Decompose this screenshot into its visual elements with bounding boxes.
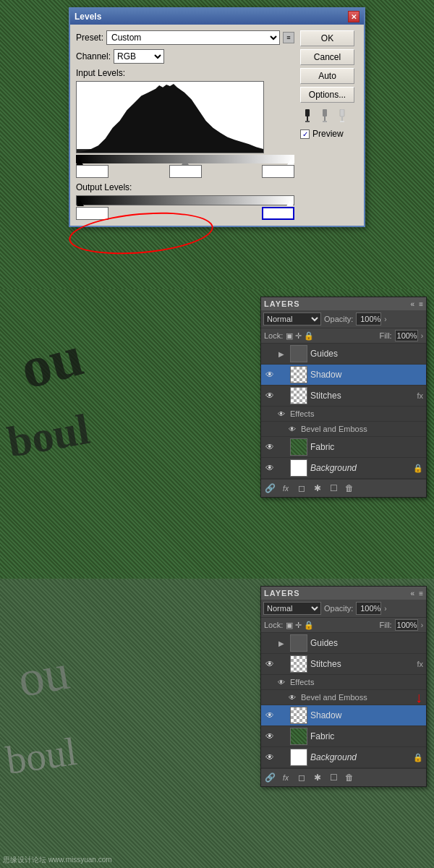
effects-icon-1[interactable]: fx bbox=[279, 482, 292, 495]
black-point-slider[interactable] bbox=[76, 159, 83, 165]
black-input[interactable]: 0 bbox=[76, 165, 109, 178]
output-black-slider[interactable] bbox=[77, 200, 84, 206]
layer-row-guides-2[interactable]: 👁 ▶ Guides bbox=[261, 633, 426, 654]
fx-stitches-1[interactable]: fx bbox=[417, 391, 423, 400]
output-black-input[interactable]: 0 bbox=[76, 207, 109, 220]
layers-bottom-bar-1: 🔗 fx ◻ ✱ ☐ 🗑 bbox=[261, 479, 426, 497]
panel-menu-icon-1[interactable]: ≡ bbox=[419, 300, 423, 308]
layer-row-fabric-1[interactable]: 👁 Fabric bbox=[261, 437, 426, 458]
input-values-row: 0 1.00 255 bbox=[76, 165, 294, 178]
collapse-icon-1[interactable]: « bbox=[411, 300, 415, 308]
collapse-icon-2[interactable]: « bbox=[411, 590, 415, 597]
panel-menu-icon-2[interactable]: ≡ bbox=[419, 590, 423, 597]
layer-row-bevel-1[interactable]: 👁 Bevel and Emboss bbox=[261, 422, 426, 437]
blend-mode-dropdown-2[interactable]: Normal bbox=[263, 602, 321, 615]
eye-stitches-1[interactable]: 👁 bbox=[264, 390, 276, 401]
thumb-fabric-1 bbox=[290, 438, 307, 456]
mid-input[interactable]: 1.00 bbox=[169, 165, 202, 178]
layers-title-1: LAYERS bbox=[264, 299, 300, 308]
layer-row-effects-2[interactable]: 👁 Effects bbox=[261, 675, 426, 690]
layer-row-bg-1[interactable]: 👁 Background 🔒 bbox=[261, 458, 426, 479]
fill-arrow-1[interactable]: › bbox=[421, 332, 423, 340]
layer-row-stitches-1[interactable]: 👁 Stitches fx bbox=[261, 386, 426, 407]
layer-row-bg-2[interactable]: 👁 Background 🔒 bbox=[261, 747, 426, 768]
preview-checkbox[interactable]: ✓ bbox=[300, 129, 310, 139]
fill-input-1[interactable] bbox=[395, 330, 418, 341]
eye-bevel-1[interactable]: 👁 bbox=[286, 423, 298, 435]
eye-shadow-2[interactable]: 👁 bbox=[264, 710, 276, 721]
effects-icon-2[interactable]: fx bbox=[279, 771, 292, 784]
eye-bevel-2[interactable]: 👁 bbox=[286, 692, 298, 703]
eye-fabric-2[interactable]: 👁 bbox=[264, 731, 276, 742]
eye-fabric-1[interactable]: 👁 bbox=[264, 441, 276, 453]
layer-row-bevel-2[interactable]: 👁 Bevel and Emboss ↓ bbox=[261, 690, 426, 705]
opacity-input-1[interactable] bbox=[356, 312, 381, 326]
lock-move-icon[interactable]: ✛ bbox=[295, 331, 302, 341]
eye-effects-2[interactable]: 👁 bbox=[276, 676, 287, 688]
blend-mode-dropdown-1[interactable]: Normal bbox=[263, 312, 321, 326]
layer-row-effects-1[interactable]: 👁 Effects bbox=[261, 407, 426, 422]
eye-bg-1[interactable]: 👁 bbox=[264, 462, 276, 474]
lock-pixel-icon-2[interactable]: ▣ bbox=[286, 621, 293, 630]
eye-stitches-2[interactable]: 👁 bbox=[264, 658, 276, 670]
layers-panel-1: LAYERS « ≡ Normal Opacity: › Lock: ▣ ✛ 🔒… bbox=[260, 297, 427, 498]
midtone-slider[interactable] bbox=[182, 159, 189, 165]
preset-row: Preset: Custom ≡ bbox=[76, 30, 294, 45]
cancel-button[interactable]: Cancel bbox=[300, 49, 354, 65]
layer-row-fabric-2[interactable]: 👁 Fabric bbox=[261, 726, 426, 747]
gray-eyedropper[interactable] bbox=[318, 109, 332, 123]
eyedropper-row bbox=[300, 109, 358, 123]
link-icon-2[interactable]: 🔗 bbox=[263, 771, 276, 784]
layer-row-shadow-1[interactable]: 👁 Shadow bbox=[261, 365, 426, 386]
delete-icon-1[interactable]: 🗑 bbox=[343, 482, 356, 495]
expand-guides-2[interactable]: ▶ bbox=[278, 639, 287, 647]
lock-all-icon-2[interactable]: 🔒 bbox=[304, 621, 314, 630]
white-eyedropper[interactable] bbox=[335, 109, 349, 123]
adjustment-icon-2[interactable]: ◻ bbox=[295, 771, 308, 784]
output-white-input[interactable]: 0 bbox=[262, 207, 294, 220]
preset-settings-icon[interactable]: ≡ bbox=[283, 32, 294, 43]
lock-move-icon-2[interactable]: ✛ bbox=[295, 621, 302, 630]
fill-label-2: Fill: bbox=[380, 621, 392, 629]
link-icon-1[interactable]: 🔗 bbox=[263, 482, 276, 495]
opacity-arrow-1[interactable]: › bbox=[384, 315, 386, 323]
delete-icon-2[interactable]: 🗑 bbox=[343, 771, 356, 784]
svg-rect-1 bbox=[305, 109, 310, 116]
fx-stitches-2[interactable]: fx bbox=[417, 660, 423, 668]
eye-shadow-1[interactable]: 👁 bbox=[264, 369, 276, 380]
preset-dropdown[interactable]: Custom bbox=[106, 30, 280, 45]
dialog-titlebar: Levels ✕ bbox=[70, 9, 364, 25]
options-button[interactable]: Options... bbox=[300, 87, 354, 103]
black-eyedropper[interactable] bbox=[300, 109, 315, 123]
watermark: 思缘设计论坛 www.missyuan.com bbox=[3, 855, 112, 865]
white-input[interactable]: 255 bbox=[262, 165, 294, 178]
expand-guides-1[interactable]: ▶ bbox=[278, 350, 287, 358]
eye-effects-1[interactable]: 👁 bbox=[276, 408, 287, 420]
white-point-slider[interactable] bbox=[287, 159, 294, 165]
fill-arrow-2[interactable]: › bbox=[421, 621, 423, 629]
opacity-arrow-2[interactable]: › bbox=[384, 605, 386, 613]
layer-row-guides-1[interactable]: 👁 ▶ Guides bbox=[261, 344, 426, 365]
eye-bg-2[interactable]: 👁 bbox=[264, 752, 276, 763]
input-slider[interactable] bbox=[76, 155, 294, 163]
mask-icon-1[interactable]: ✱ bbox=[311, 482, 324, 495]
opacity-input-2[interactable] bbox=[356, 602, 381, 615]
auto-button[interactable]: Auto bbox=[300, 68, 354, 84]
lock-pixel-icon[interactable]: ▣ bbox=[286, 331, 293, 341]
layer-row-stitches-2[interactable]: 👁 Stitches fx bbox=[261, 654, 426, 675]
output-white-slider[interactable] bbox=[286, 200, 294, 206]
fill-input-2[interactable] bbox=[395, 619, 418, 631]
channel-dropdown[interactable]: RGB bbox=[114, 49, 164, 64]
mask-icon-2[interactable]: ✱ bbox=[311, 771, 324, 784]
svg-rect-9 bbox=[340, 121, 344, 122]
name-bevel-1: Bevel and Emboss bbox=[301, 425, 423, 433]
ok-button[interactable]: OK bbox=[300, 30, 354, 46]
dialog-left: Preset: Custom ≡ Channel: RGB Input Leve… bbox=[76, 30, 294, 220]
adjustment-icon-1[interactable]: ◻ bbox=[295, 482, 308, 495]
group-icon-1[interactable]: ☐ bbox=[327, 482, 340, 495]
lock-all-icon[interactable]: 🔒 bbox=[304, 331, 314, 341]
layer-row-shadow-2[interactable]: 👁 Shadow bbox=[261, 705, 426, 726]
thumb-guides-1 bbox=[290, 345, 307, 362]
close-button[interactable]: ✕ bbox=[348, 11, 359, 22]
group-icon-2[interactable]: ☐ bbox=[327, 771, 340, 784]
